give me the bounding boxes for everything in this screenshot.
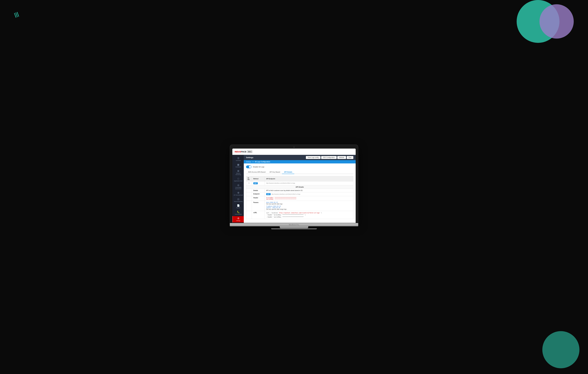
laptop-screen: INDUSFACE WAS ☰ Summary ▦ <box>232 149 356 223</box>
summary-icon: ☰ <box>237 157 239 159</box>
curl-row: cURL curl --location 'http://wastest.ind… <box>246 211 353 219</box>
sidebar-label-malware: Malware Monitoring <box>233 173 243 175</box>
params-from-date: fromDate:2024-03-25 <box>266 206 352 207</box>
sidebar-item-asset-monitoring[interactable]: ⊡ Asset Monitoring <box>232 197 244 203</box>
sub-tabs: AWS Access ARN Based API Key Based API D… <box>246 170 353 174</box>
sidebar-item-malware-monitoring[interactable]: ⊞ Malware Monitoring <box>232 169 244 176</box>
curl-values: curl --location 'http://wastest.indusfac… <box>265 211 353 219</box>
laptop-base: MacBook Pro <box>230 223 358 226</box>
asset-monitoring-icon: ⊡ <box>237 198 239 200</box>
toggle-label: Disable S3 Logs <box>253 166 264 168</box>
header-row: Header accessKey: **********************… <box>246 196 353 201</box>
col-method: Method <box>252 176 265 181</box>
endpoint-detail-cell: GET http://wastest.indusface.com/client/… <box>265 192 353 196</box>
sidebar-item-settings[interactable]: ⚙ Settings <box>232 216 244 223</box>
curl-line1-url: 'http://wastest.indusface.com/client/v1/… <box>279 212 320 214</box>
endpoint-text: http://wastest.indusface.com/client/v1/f… <box>266 182 295 184</box>
sidebar-item-dashboard[interactable]: ▦ Dashboard <box>232 162 244 169</box>
curl-label: cURL <box>252 211 265 219</box>
curl-line2: --header 'accessKey: *******************… <box>266 214 305 216</box>
details-value: API to fetch customer scan log details s… <box>265 189 353 192</box>
breadcrumb-bar: Settings >> S3 Logs Configuration <box>244 160 356 164</box>
vulnerability-icon: ◎ <box>237 184 239 186</box>
sidebar: ☰ Summary ▦ Dashboard ⊞ Malware Monitori… <box>232 155 244 223</box>
endpoint-label: Endpoint <box>252 192 265 196</box>
toggle-row: Disable S3 Logs <box>246 165 353 168</box>
table-row: 1 GET http://wastest.indusface.com/clien… <box>246 181 353 185</box>
app-container: INDUSFACE WAS ☰ Summary ▦ <box>232 149 356 223</box>
sidebar-label-vuln: Vulnerability Assessment <box>233 187 243 189</box>
curl-line1-suffix: \ <box>320 212 322 214</box>
endpoint-row: Endpoint GET http://wastest.indusface.co… <box>246 192 353 196</box>
sub-tab-api-details[interactable]: API Details <box>282 170 294 174</box>
sidebar-label-summary: Summary <box>236 160 241 161</box>
dashboard-icon: ▦ <box>237 164 239 166</box>
params-date-desc: Get any specific date logs <box>266 203 352 205</box>
endpoint-get-badge: GET <box>266 193 271 195</box>
vulnerabilities-icon: 🐛 <box>237 211 240 213</box>
curl-line3: --header 'secretKey: *******************… <box>266 216 304 218</box>
sidebar-item-vulnerabilities[interactable]: 🐛 Vulnerabilities <box>232 210 244 216</box>
laptop-camera <box>294 147 294 148</box>
sidebar-item-reports[interactable]: 📄 Reports <box>232 203 244 210</box>
laptop-wrapper: INDUSFACE WAS ☰ Summary ▦ <box>230 144 358 230</box>
application-audit-icon: □ <box>238 177 239 180</box>
curl-block: curl --location 'http://wastest.indusfac… <box>266 212 352 218</box>
bg-circle-purple <box>539 4 574 39</box>
laptop-foot <box>271 228 317 230</box>
header-value2: secretKey: **************************** <box>266 198 352 200</box>
details-label: Details <box>252 189 265 192</box>
row-method: GET <box>252 181 265 185</box>
laptop-model: MacBook Pro <box>289 224 299 226</box>
tab-user[interactable]: User <box>347 156 353 159</box>
breadcrumb-separator: >> <box>252 161 254 163</box>
col-sr-no: Sr. No. <box>246 176 252 181</box>
logo-indus: INDUS <box>235 150 241 153</box>
bg-circle-teal-2 <box>542 331 579 368</box>
breadcrumb-parent[interactable]: Settings <box>246 161 251 163</box>
tab-scan-logs-config[interactable]: Scan Logs config <box>306 156 321 159</box>
sidebar-item-summary[interactable]: ☰ Summary <box>232 156 244 162</box>
settings-icon: ⚙ <box>237 217 239 220</box>
sidebar-item-vulnerability-assessment[interactable]: ◎ Vulnerability Assessment <box>232 183 244 191</box>
app-body: ☰ Summary ▦ Dashboard ⊞ Malware Monitori… <box>232 155 356 223</box>
logo: INDUSFACE <box>235 150 246 153</box>
logo-was: WAS <box>247 151 252 153</box>
params-label: Params <box>252 201 265 211</box>
api-details-header-row: API Details <box>246 185 353 189</box>
endpoint-container: GET http://wastest.indusface.com/client/… <box>266 193 352 195</box>
settings-header-bar: Settings Scan Logs config SSO Configurat… <box>244 155 356 160</box>
bg-decoration: ||| <box>13 11 20 18</box>
sidebar-label-asset: Asset Monitoring <box>234 201 243 202</box>
row-endpoint-url: http://wastest.indusface.com/client/v1/f… <box>265 181 353 185</box>
sub-tab-api-key[interactable]: API Key Based <box>267 170 282 174</box>
header-values: accessKey: **************************** … <box>265 196 353 201</box>
api-security-icon: ⚙ <box>237 192 239 194</box>
sidebar-label-reports: Reports <box>236 207 240 209</box>
content-area: Disable S3 Logs AWS Access ARN Based API… <box>244 164 356 223</box>
sidebar-label-api-security: API Security Audit <box>234 194 243 196</box>
tab-website[interactable]: Website <box>337 156 346 159</box>
params-to-date: toDate: 2024-03-28 <box>266 207 352 209</box>
curl-line1-prefix: curl --location <box>266 212 279 214</box>
malware-icon: ⊞ <box>237 170 239 172</box>
api-table: Sr. No. Method API Endpoint 1 <box>246 176 353 219</box>
settings-tabs: Scan Logs config SSO Configuration Websi… <box>306 156 353 159</box>
sidebar-label-vulns: Vulnerabilities <box>235 214 242 215</box>
sub-tab-aws-arn[interactable]: AWS Access ARN Based <box>246 170 267 174</box>
reports-icon: 📄 <box>237 204 240 207</box>
disable-s3-logs-toggle[interactable] <box>246 165 252 168</box>
tab-sso-configuration[interactable]: SSO Configuration <box>321 156 337 159</box>
header-label: Header <box>252 196 265 201</box>
sidebar-item-api-security-audit[interactable]: ⚙ API Security Audit <box>232 191 244 197</box>
settings-title: Settings <box>246 156 253 159</box>
sidebar-label-settings: Settings <box>236 220 240 221</box>
sidebar-label-dashboard: Dashboard <box>235 166 241 168</box>
app-header: INDUSFACE WAS <box>232 149 356 155</box>
endpoint-detail-url: http://wastest.indusface.com/client/v1/f… <box>272 193 300 195</box>
params-range-desc: Get any specific date range logs <box>266 209 352 210</box>
main-content: Settings Scan Logs config SSO Configurat… <box>244 155 356 223</box>
col-endpoint: API Endpoint <box>265 176 353 181</box>
api-details-header-cell: API Details <box>246 185 353 189</box>
sidebar-item-application-audit[interactable]: □ Application Audit <box>232 176 244 183</box>
